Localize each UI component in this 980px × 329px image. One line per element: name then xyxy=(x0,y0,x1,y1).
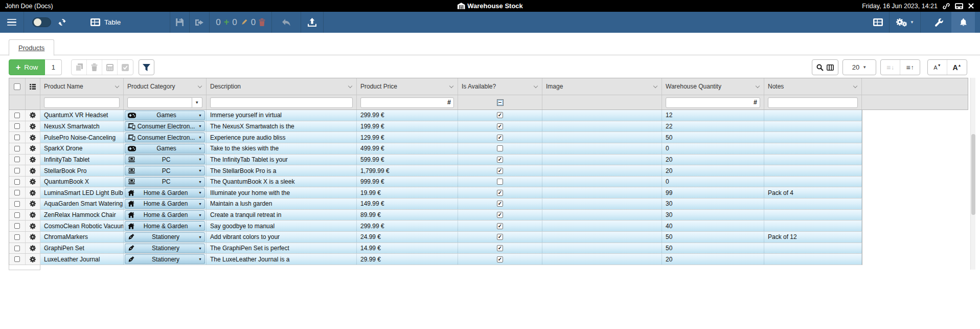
sort-ascending-button[interactable]: ≡↑ xyxy=(900,60,920,75)
description-cell[interactable]: Immerse yourself in virtual xyxy=(207,110,357,121)
product-name-cell[interactable]: LuxeLeather Journal xyxy=(40,254,124,265)
image-cell[interactable] xyxy=(542,210,662,221)
notes-cell[interactable] xyxy=(764,199,862,209)
description-cell[interactable]: The QuantumBook X is a sleek xyxy=(207,177,357,187)
notes-cell[interactable]: Pack of 4 xyxy=(764,187,862,198)
product-price-cell[interactable]: 499.99 € xyxy=(357,143,458,154)
is-available-checkbox[interactable] xyxy=(497,145,503,151)
product-name-cell[interactable]: ZenRelax Hammock Chair xyxy=(40,210,124,221)
row-checkbox[interactable] xyxy=(14,157,20,162)
row-menu-cell[interactable] xyxy=(26,121,40,132)
column-header-is-available[interactable]: Is Available? xyxy=(458,78,542,95)
column-header-description[interactable]: Description xyxy=(207,78,357,95)
row-menu-cell[interactable] xyxy=(26,177,40,187)
description-cell[interactable]: Maintain a lush garden xyxy=(207,199,357,209)
is-available-cell[interactable]: ✓ xyxy=(458,254,542,265)
is-available-checkbox[interactable] xyxy=(497,179,503,185)
image-cell[interactable] xyxy=(542,132,662,143)
description-cell[interactable]: Experience pure audio bliss xyxy=(207,132,357,143)
row-menu-cell[interactable] xyxy=(26,187,40,198)
image-cell[interactable] xyxy=(542,221,662,231)
image-cell[interactable] xyxy=(542,155,662,165)
column-header-warehouse-quantity[interactable]: Warehouse Quantity xyxy=(662,78,764,95)
dropdown-caret-icon[interactable]: ▼ xyxy=(192,97,203,108)
refresh-icon[interactable] xyxy=(58,12,66,33)
warehouse-quantity-cell[interactable]: 50 xyxy=(662,243,764,254)
row-select-cell[interactable] xyxy=(9,199,26,209)
warehouse-quantity-cell[interactable]: 20 xyxy=(662,165,764,176)
row-menu-cell[interactable] xyxy=(26,132,40,143)
row-select-cell[interactable] xyxy=(9,232,26,243)
row-menu-cell[interactable] xyxy=(26,110,40,121)
is-available-cell[interactable]: ✓ xyxy=(458,155,542,165)
is-available-cell[interactable]: ✓ xyxy=(458,221,542,231)
image-cell[interactable] xyxy=(542,243,662,254)
product-price-cell[interactable]: 1,799.99 € xyxy=(357,165,458,176)
product-price-cell[interactable]: 299.99 € xyxy=(357,221,458,231)
row-checkbox[interactable] xyxy=(14,201,20,207)
row-menu-cell[interactable] xyxy=(26,210,40,221)
notes-cell[interactable] xyxy=(764,221,862,231)
filter-product-category-input[interactable] xyxy=(127,97,192,108)
warehouse-quantity-cell[interactable]: 50 xyxy=(662,232,764,243)
is-available-cell[interactable]: ✓ xyxy=(458,165,542,176)
row-select-cell[interactable] xyxy=(9,187,26,198)
is-available-cell[interactable] xyxy=(458,177,542,187)
grid-icon[interactable] xyxy=(873,12,883,33)
is-available-checkbox[interactable]: ✓ xyxy=(497,234,503,240)
notes-cell[interactable]: Pack of 12 xyxy=(764,232,862,243)
product-name-cell[interactable]: InfinityTab Tablet xyxy=(40,155,124,165)
is-available-cell[interactable]: ✓ xyxy=(458,232,542,243)
row-select-cell[interactable] xyxy=(9,210,26,221)
select-all-checkbox[interactable] xyxy=(14,83,20,90)
wrench-icon[interactable] xyxy=(935,12,943,33)
product-price-cell[interactable]: 199.99 € xyxy=(357,121,458,132)
sort-descending-button[interactable]: ≡↓ xyxy=(881,60,900,75)
warehouse-quantity-cell[interactable]: 30 xyxy=(662,210,764,221)
product-price-cell[interactable]: 29.99 € xyxy=(357,254,458,265)
description-cell[interactable]: The NexusX Smartwatch is the xyxy=(207,121,357,132)
warehouse-quantity-cell[interactable]: 50 xyxy=(662,132,764,143)
notes-cell[interactable] xyxy=(764,243,862,254)
column-header-product-name[interactable]: Product Name xyxy=(40,78,124,95)
save-icon[interactable] xyxy=(175,12,184,33)
filter-notes-input[interactable] xyxy=(768,97,858,108)
product-price-cell[interactable]: 24.99 € xyxy=(357,232,458,243)
bell-icon[interactable] xyxy=(951,12,975,33)
column-header-product-category[interactable]: Product Category xyxy=(124,78,207,95)
column-header-notes[interactable]: Notes xyxy=(764,78,862,95)
filter-product-name-input[interactable] xyxy=(44,97,120,108)
font-larger-button[interactable]: A▲ xyxy=(947,60,967,75)
description-cell[interactable]: Illuminate your home with the xyxy=(207,187,357,198)
row-menu-cell[interactable] xyxy=(26,232,40,243)
notes-cell[interactable] xyxy=(764,165,862,176)
row-select-cell[interactable] xyxy=(9,254,26,265)
warehouse-quantity-cell[interactable]: 0 xyxy=(662,177,764,187)
category-dropdown[interactable]: Home & Garden▼ xyxy=(125,188,205,198)
product-price-cell[interactable]: 19.99 € xyxy=(357,187,458,198)
row-menu-cell[interactable] xyxy=(26,165,40,176)
image-cell[interactable] xyxy=(542,177,662,187)
warehouse-quantity-cell[interactable]: 12 xyxy=(662,110,764,121)
filter-description-input[interactable] xyxy=(210,97,353,108)
search-columns-button[interactable] xyxy=(812,59,838,75)
product-name-cell[interactable]: NexusX Smartwatch xyxy=(40,121,124,132)
category-dropdown[interactable]: Home & Garden▼ xyxy=(125,221,205,231)
is-available-cell[interactable]: ✓ xyxy=(458,187,542,198)
row-menu-header-cell[interactable] xyxy=(26,78,40,95)
image-cell[interactable] xyxy=(542,254,662,265)
checkbox-icon[interactable] xyxy=(118,60,133,75)
is-available-checkbox[interactable]: ✓ xyxy=(497,123,503,129)
product-price-cell[interactable]: 299.99 € xyxy=(357,110,458,121)
product-name-cell[interactable]: PulsePro Noise-Canceling xyxy=(40,132,124,143)
filter-product-price-input[interactable] xyxy=(360,97,454,108)
is-available-checkbox[interactable]: ✓ xyxy=(497,112,503,118)
description-cell[interactable]: Create a tranquil retreat in xyxy=(207,210,357,221)
filter-is-available-checkbox[interactable]: − xyxy=(497,99,504,106)
row-checkbox[interactable] xyxy=(14,212,20,218)
filter-warehouse-quantity-input[interactable] xyxy=(666,97,760,108)
trash-icon[interactable] xyxy=(87,60,102,75)
select-all-cell[interactable] xyxy=(9,78,26,95)
notes-cell[interactable] xyxy=(764,210,862,221)
filter-funnel-icon[interactable] xyxy=(139,59,154,75)
